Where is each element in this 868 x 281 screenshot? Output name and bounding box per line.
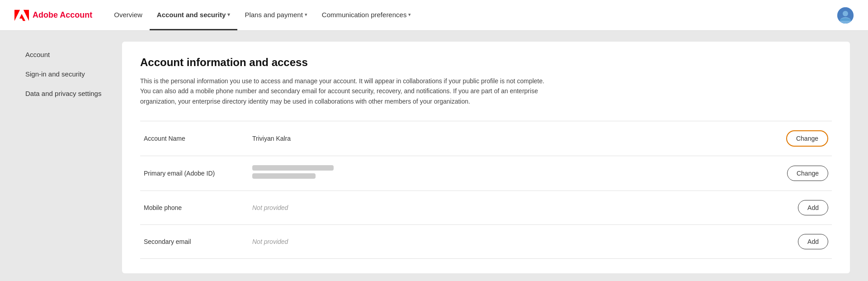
account-name-label: Account Name [144,135,252,142]
nav-account-security[interactable]: Account and security ▾ [150,0,238,30]
main-content: Account information and access This is t… [122,42,850,273]
svg-point-1 [843,11,848,16]
mobile-phone-value: Not provided [252,204,798,211]
nav-overview[interactable]: Overview [107,0,150,30]
nav-items: Overview Account and security ▾ Plans an… [107,0,837,30]
primary-email-label: Primary email (Adobe ID) [144,170,252,177]
account-name-action: Change [786,130,828,147]
adobe-brand-link[interactable]: Adobe Account [14,9,92,22]
top-navigation: Adobe Account Overview Account and secur… [0,0,868,31]
nav-communication[interactable]: Communication preferences ▾ [315,0,419,30]
mobile-phone-add-button[interactable]: Add [798,200,828,215]
mobile-phone-row: Mobile phone Not provided Add [140,191,832,224]
main-wrapper: Account Sign-in and security Data and pr… [0,31,868,281]
primary-email-change-button[interactable]: Change [787,166,828,181]
adobe-logo-icon [14,9,29,22]
mobile-phone-action: Add [798,200,828,215]
page-description: This is the personal information you use… [140,76,547,106]
chevron-down-icon: ▾ [305,12,307,18]
secondary-email-value: Not provided [252,238,798,245]
primary-email-action: Change [787,166,828,181]
primary-email-row: Primary email (Adobe ID) Change [140,156,832,191]
nav-plans-payment[interactable]: Plans and payment ▾ [237,0,314,30]
chevron-down-icon: ▾ [227,12,230,18]
account-name-change-button[interactable]: Change [786,130,828,147]
secondary-email-add-button[interactable]: Add [798,234,828,249]
secondary-email-row: Secondary email Not provided Add [140,224,832,259]
blurred-email-line-2 [252,173,316,179]
chevron-down-icon: ▾ [408,12,411,18]
sidebar-item-privacy[interactable]: Data and privacy settings [18,84,122,103]
account-name-row: Account Name Triviyan Kalra Change [140,121,832,156]
page-title: Account information and access [140,56,832,69]
avatar[interactable] [837,7,854,24]
mobile-phone-label: Mobile phone [144,204,252,211]
sidebar-item-signin[interactable]: Sign-in and security [18,65,122,83]
blurred-email-line-1 [252,165,334,171]
sidebar-item-account[interactable]: Account [18,45,122,64]
primary-email-value [252,165,787,181]
brand-name: Adobe Account [33,10,92,20]
account-name-value: Triviyan Kalra [252,135,786,142]
secondary-email-action: Add [798,234,828,249]
sidebar: Account Sign-in and security Data and pr… [18,42,122,273]
secondary-email-label: Secondary email [144,238,252,245]
